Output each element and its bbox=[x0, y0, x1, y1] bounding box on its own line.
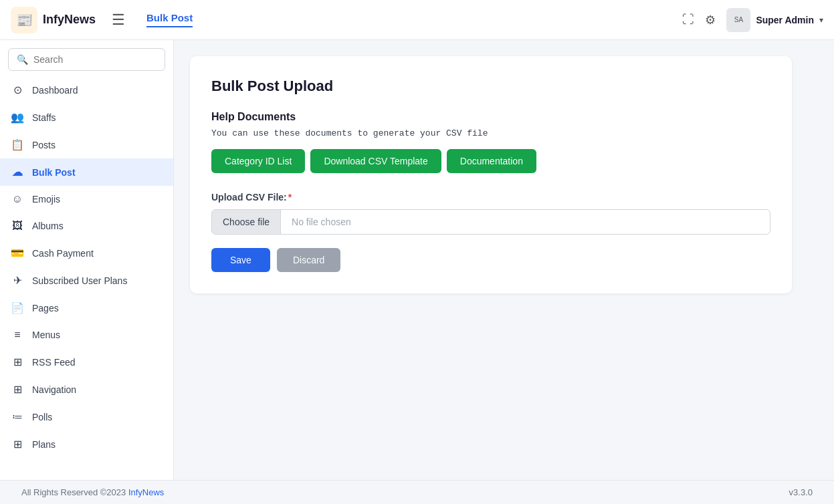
help-buttons: Category ID List Download CSV Template D… bbox=[211, 149, 770, 173]
logo-area: 📰 InfyNews bbox=[11, 7, 96, 33]
sidebar-item-label: Dashboard bbox=[32, 85, 78, 96]
footer-brand-link[interactable]: InfyNews bbox=[128, 487, 164, 497]
header: 📰 InfyNews ☰ Bulk Post ⛶ ⚙ SA Super Admi… bbox=[0, 0, 834, 40]
sidebar-item-emojis[interactable]: ☺ Emojis bbox=[0, 186, 173, 213]
sidebar-item-dashboard[interactable]: ⊙ Dashboard bbox=[0, 76, 173, 104]
sidebar-item-cash-payment[interactable]: 💳 Cash Payment bbox=[0, 239, 173, 267]
sidebar-item-label: Pages bbox=[32, 303, 59, 313]
header-middle: Bulk Post bbox=[136, 12, 671, 27]
category-id-list-button[interactable]: Category ID List bbox=[211, 149, 305, 173]
active-tab-label: Bulk Post bbox=[146, 12, 193, 27]
staffs-icon: 👥 bbox=[11, 111, 24, 124]
footer-bar: All Rights Reserved ©2023 InfyNews v3.3.… bbox=[0, 480, 834, 504]
footer-copyright: All Rights Reserved ©2023 InfyNews bbox=[21, 487, 164, 497]
sidebar-item-polls[interactable]: ≔ Polls bbox=[0, 403, 173, 430]
sidebar-item-albums[interactable]: 🖼 Albums bbox=[0, 213, 173, 239]
discard-button[interactable]: Discard bbox=[277, 248, 340, 272]
footer-version: v3.3.0 bbox=[789, 487, 813, 497]
app-name: InfyNews bbox=[43, 13, 96, 27]
sidebar-item-posts[interactable]: 📋 Posts bbox=[0, 131, 173, 158]
sidebar-item-subscribed-user-plans[interactable]: ✈ Subscribed User Plans bbox=[0, 267, 173, 294]
search-input[interactable] bbox=[33, 54, 157, 65]
sidebar-item-rss-feed[interactable]: ⊞ RSS Feed bbox=[0, 348, 173, 376]
posts-icon: 📋 bbox=[11, 138, 24, 151]
bulk-post-icon: ☁ bbox=[11, 166, 24, 178]
help-section-title: Help Documents bbox=[211, 111, 770, 123]
logo-icon: 📰 bbox=[16, 12, 33, 28]
sidebar-item-label: Subscribed User Plans bbox=[32, 275, 127, 286]
navigation-icon: ⊞ bbox=[11, 383, 24, 396]
gear-icon[interactable]: ⚙ bbox=[705, 13, 716, 27]
sidebar-item-label: Plans bbox=[32, 439, 56, 450]
hamburger-icon[interactable]: ☰ bbox=[112, 11, 125, 29]
dashboard-icon: ⊙ bbox=[11, 84, 24, 96]
user-name: Super Admin bbox=[756, 15, 814, 25]
pages-icon: 📄 bbox=[11, 301, 24, 314]
action-buttons: Save Discard bbox=[211, 248, 770, 272]
emojis-icon: ☺ bbox=[11, 193, 24, 205]
sidebar-item-bulk-post[interactable]: ☁ Bulk Post bbox=[0, 158, 173, 186]
menus-icon: ≡ bbox=[11, 329, 24, 341]
sidebar: 🔍 ⊙ Dashboard 👥 Staffs 📋 Posts ☁ Bulk Po… bbox=[0, 40, 174, 480]
sidebar-item-label: Emojis bbox=[32, 194, 60, 205]
sidebar-item-label: Staffs bbox=[32, 112, 56, 123]
sidebar-item-label: Albums bbox=[32, 221, 64, 231]
rss-feed-icon: ⊞ bbox=[11, 356, 24, 368]
bulk-post-card: Bulk Post Upload Help Documents You can … bbox=[190, 56, 792, 293]
search-area: 🔍 bbox=[0, 40, 173, 76]
sidebar-item-staffs[interactable]: 👥 Staffs bbox=[0, 104, 173, 131]
sidebar-item-label: Cash Payment bbox=[32, 248, 94, 259]
main-content: Bulk Post Upload Help Documents You can … bbox=[174, 40, 834, 480]
card-title: Bulk Post Upload bbox=[211, 78, 770, 95]
sidebar-item-pages[interactable]: 📄 Pages bbox=[0, 294, 173, 322]
avatar: SA bbox=[726, 8, 750, 32]
chevron-down-icon: ▾ bbox=[819, 15, 823, 25]
sidebar-item-plans[interactable]: ⊞ Plans bbox=[0, 430, 173, 458]
sidebar-item-label: RSS Feed bbox=[32, 357, 76, 368]
header-right: ⛶ ⚙ SA Super Admin ▾ bbox=[682, 8, 823, 32]
polls-icon: ≔ bbox=[11, 410, 24, 423]
layout: 🔍 ⊙ Dashboard 👥 Staffs 📋 Posts ☁ Bulk Po… bbox=[0, 40, 834, 480]
file-input-row: Choose file No file chosen bbox=[211, 209, 770, 235]
sidebar-item-label: Menus bbox=[32, 330, 60, 340]
subscribed-plans-icon: ✈ bbox=[11, 274, 24, 287]
cash-payment-icon: 💳 bbox=[11, 247, 24, 259]
search-icon: 🔍 bbox=[17, 54, 28, 65]
required-asterisk: * bbox=[288, 192, 292, 203]
documentation-button[interactable]: Documentation bbox=[447, 149, 536, 173]
albums-icon: 🖼 bbox=[11, 220, 24, 232]
sidebar-item-menus[interactable]: ≡ Menus bbox=[0, 322, 173, 348]
app-logo: 📰 bbox=[11, 7, 37, 33]
file-name-display: No file chosen bbox=[281, 210, 770, 234]
sidebar-item-label: Bulk Post bbox=[32, 167, 76, 178]
download-csv-template-button[interactable]: Download CSV Template bbox=[310, 149, 441, 173]
sidebar-item-label: Polls bbox=[32, 412, 52, 422]
help-description: You can use these documents to generate … bbox=[211, 128, 770, 138]
plans-icon: ⊞ bbox=[11, 438, 24, 451]
sidebar-item-label: Navigation bbox=[32, 384, 76, 395]
choose-file-button[interactable]: Choose file bbox=[212, 210, 281, 234]
search-box[interactable]: 🔍 bbox=[8, 48, 165, 71]
sidebar-item-navigation[interactable]: ⊞ Navigation bbox=[0, 376, 173, 403]
sidebar-item-label: Posts bbox=[32, 140, 56, 150]
upload-csv-label: Upload CSV File:* bbox=[211, 192, 770, 203]
save-button[interactable]: Save bbox=[211, 248, 270, 272]
user-area[interactable]: SA Super Admin ▾ bbox=[726, 8, 823, 32]
expand-icon[interactable]: ⛶ bbox=[682, 13, 694, 27]
